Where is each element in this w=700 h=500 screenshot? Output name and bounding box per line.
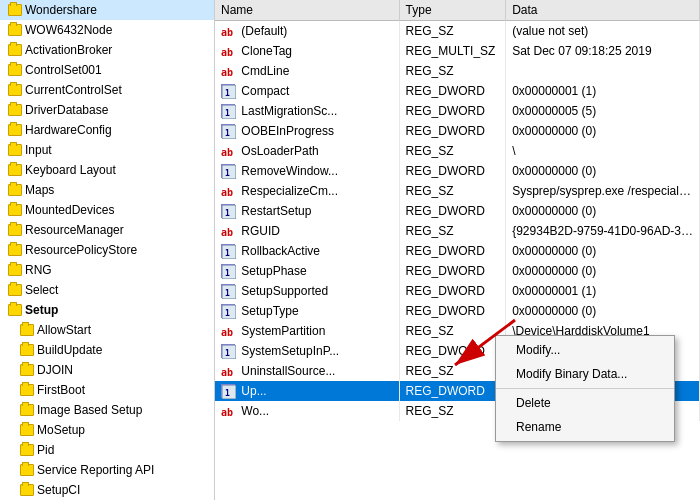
tree-item-label: Setup bbox=[25, 303, 58, 317]
folder-icon bbox=[8, 44, 22, 56]
cell-data: {92934B2D-9759-41D0-96AD-3EDC4C410146 bbox=[506, 221, 700, 241]
folder-icon bbox=[8, 104, 22, 116]
cell-type: REG_SZ bbox=[399, 401, 506, 421]
tree-item-firstboot[interactable]: FirstBoot bbox=[0, 380, 214, 400]
folder-icon bbox=[8, 284, 22, 296]
tree-item-input[interactable]: Input bbox=[0, 140, 214, 160]
tree-item-label: ResourcePolicyStore bbox=[25, 243, 137, 257]
table-row[interactable]: 1 SetupSupportedREG_DWORD0x00000001 (1) bbox=[215, 281, 700, 301]
table-row[interactable]: 1 OOBEInProgressREG_DWORD0x00000000 (0) bbox=[215, 121, 700, 141]
tree-item-label: ActivationBroker bbox=[25, 43, 112, 57]
cell-data: \ bbox=[506, 141, 700, 161]
tree-item-rng[interactable]: RNG bbox=[0, 260, 214, 280]
table-row[interactable]: 1 RollbackActiveREG_DWORD0x00000000 (0) bbox=[215, 241, 700, 261]
tree-item-keyboardlayout[interactable]: Keyboard Layout bbox=[0, 160, 214, 180]
folder-icon bbox=[8, 124, 22, 136]
folder-icon bbox=[8, 64, 22, 76]
tree-panel[interactable]: WondershareWOW6432NodeActivationBrokerCo… bbox=[0, 0, 215, 500]
cell-name: 1 SetupType bbox=[215, 301, 399, 321]
tree-item-allowstart[interactable]: AllowStart bbox=[0, 320, 214, 340]
cell-name: 1 SetupPhase bbox=[215, 261, 399, 281]
svg-text:1: 1 bbox=[225, 269, 230, 278]
tree-item-resourcepolicystore[interactable]: ResourcePolicyStore bbox=[0, 240, 214, 260]
tree-item-label: ResourceManager bbox=[25, 223, 124, 237]
table-row[interactable]: 1 SetupPhaseREG_DWORD0x00000000 (0) bbox=[215, 261, 700, 281]
tree-item-buildupdate[interactable]: BuildUpdate bbox=[0, 340, 214, 360]
table-row[interactable]: ab (Default)REG_SZ(value not set) bbox=[215, 21, 700, 42]
svg-line-23 bbox=[455, 320, 515, 365]
cell-name: ab Wo... bbox=[215, 401, 399, 421]
folder-icon bbox=[8, 244, 22, 256]
tree-item-mounteddevices[interactable]: MountedDevices bbox=[0, 200, 214, 220]
tree-item-activationbroker[interactable]: ActivationBroker bbox=[0, 40, 214, 60]
table-row[interactable]: ab OsLoaderPathREG_SZ\ bbox=[215, 141, 700, 161]
svg-text:1: 1 bbox=[225, 129, 230, 138]
context-menu-item-delete[interactable]: Delete bbox=[496, 391, 674, 415]
table-row[interactable]: 1 CompactREG_DWORD0x00000001 (1) bbox=[215, 81, 700, 101]
tree-item-setup[interactable]: Setup bbox=[0, 300, 214, 320]
col-header-name: Name bbox=[215, 0, 399, 21]
tree-item-select[interactable]: Select bbox=[0, 280, 214, 300]
table-row[interactable]: 1 RestartSetupREG_DWORD0x00000000 (0) bbox=[215, 201, 700, 221]
tree-item-label: Input bbox=[25, 143, 52, 157]
table-row[interactable]: 1 LastMigrationSc...REG_DWORD0x00000005 … bbox=[215, 101, 700, 121]
tree-item-wow6432node[interactable]: WOW6432Node bbox=[0, 20, 214, 40]
tree-item-label: Select bbox=[25, 283, 58, 297]
cell-type: REG_DWORD bbox=[399, 161, 506, 181]
folder-icon bbox=[8, 264, 22, 276]
tree-item-imagebasedsetup[interactable]: Image Based Setup bbox=[0, 400, 214, 420]
dword-icon: 1 bbox=[221, 124, 235, 138]
dword-icon: 1 bbox=[221, 344, 235, 358]
table-row[interactable]: ab CmdLineREG_SZ bbox=[215, 61, 700, 81]
ab-icon: ab bbox=[221, 184, 235, 198]
folder-icon bbox=[8, 24, 22, 36]
cell-data: 0x00000001 (1) bbox=[506, 281, 700, 301]
tree-item-servicereportingapi[interactable]: Service Reporting API bbox=[0, 460, 214, 480]
folder-icon bbox=[8, 4, 22, 16]
cell-data: 0x00000001 (1) bbox=[506, 81, 700, 101]
cell-name: 1 SystemSetupInP... bbox=[215, 341, 399, 361]
tree-item-controlset001[interactable]: ControlSet001 bbox=[0, 60, 214, 80]
cell-name: 1 Compact bbox=[215, 81, 399, 101]
cell-name: ab SystemPartition bbox=[215, 321, 399, 341]
context-menu-item-rename[interactable]: Rename bbox=[496, 415, 674, 439]
svg-text:1: 1 bbox=[225, 89, 230, 98]
folder-icon bbox=[20, 424, 34, 436]
registry-values-panel: Name Type Data ab (Default)REG_SZ(value … bbox=[215, 0, 700, 500]
ab-icon: ab bbox=[221, 324, 235, 338]
tree-item-pid[interactable]: Pid bbox=[0, 440, 214, 460]
folder-icon bbox=[20, 344, 34, 356]
red-arrow-icon bbox=[415, 310, 535, 390]
cell-type: REG_DWORD bbox=[399, 281, 506, 301]
cell-type: REG_DWORD bbox=[399, 81, 506, 101]
tree-item-label: RNG bbox=[25, 263, 52, 277]
tree-item-currentcontrolset[interactable]: CurrentControlSet bbox=[0, 80, 214, 100]
dword-icon: 1 bbox=[221, 304, 235, 318]
table-row[interactable]: ab RGUIDREG_SZ{92934B2D-9759-41D0-96AD-3… bbox=[215, 221, 700, 241]
tree-item-djoin[interactable]: DJOIN bbox=[0, 360, 214, 380]
tree-item-label: DriverDatabase bbox=[25, 103, 108, 117]
tree-item-setupci[interactable]: SetupCI bbox=[0, 480, 214, 500]
table-row[interactable]: 1 RemoveWindow...REG_DWORD0x00000000 (0) bbox=[215, 161, 700, 181]
tree-item-maps[interactable]: Maps bbox=[0, 180, 214, 200]
table-row[interactable]: ab CloneTagREG_MULTI_SZSat Dec 07 09:18:… bbox=[215, 41, 700, 61]
tree-item-driverdatabase[interactable]: DriverDatabase bbox=[0, 100, 214, 120]
tree-item-hardwareconfig[interactable]: HardwareConfig bbox=[0, 120, 214, 140]
cell-name: 1 RemoveWindow... bbox=[215, 161, 399, 181]
cell-name: ab (Default) bbox=[215, 21, 399, 42]
tree-item-label: DJOIN bbox=[37, 363, 73, 377]
cell-data: 0x00000000 (0) bbox=[506, 121, 700, 141]
tree-item-label: HardwareConfig bbox=[25, 123, 112, 137]
table-row[interactable]: ab RespecializeCm...REG_SZSysprep/syspre… bbox=[215, 181, 700, 201]
cell-data: 0x00000000 (0) bbox=[506, 161, 700, 181]
tree-item-mosetup[interactable]: MoSetup bbox=[0, 420, 214, 440]
tree-item-wondershare[interactable]: Wondershare bbox=[0, 0, 214, 20]
folder-icon bbox=[20, 324, 34, 336]
cell-data: Sysprep/sysprep.exe /respecialize /quiet bbox=[506, 181, 700, 201]
cell-type: REG_SZ bbox=[399, 61, 506, 81]
tree-item-resourcemanager[interactable]: ResourceManager bbox=[0, 220, 214, 240]
tree-item-label: CurrentControlSet bbox=[25, 83, 122, 97]
cell-type: REG_SZ bbox=[399, 21, 506, 42]
dword-icon: 1 bbox=[221, 284, 235, 298]
ab-icon: ab bbox=[221, 44, 235, 58]
